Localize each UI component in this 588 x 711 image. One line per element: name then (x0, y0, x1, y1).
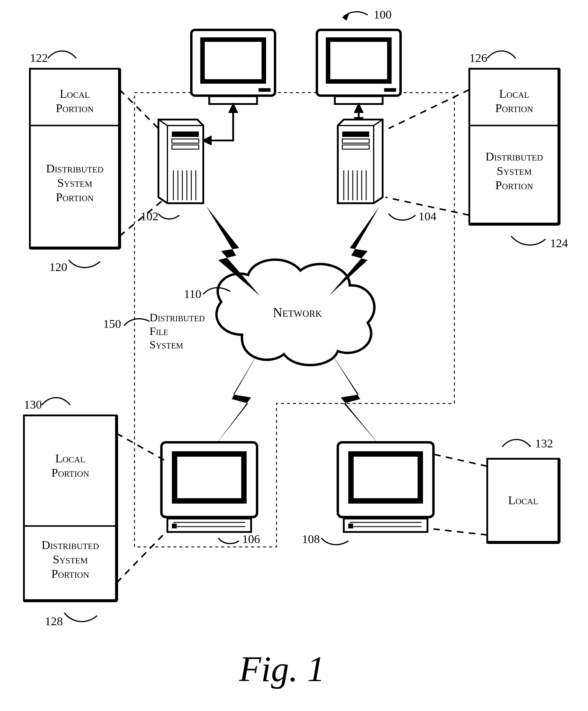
ref-150: 150 (103, 317, 121, 331)
figure-caption: Fig. 1 (239, 649, 325, 690)
ref-128: 128 (45, 614, 63, 628)
ref-120: 120 (49, 260, 67, 274)
ref-102: 102 (141, 209, 159, 223)
ref-100: 100 (374, 7, 392, 22)
ref-122: 122 (30, 51, 48, 65)
monitor-top-right (317, 30, 401, 104)
ref-124: 124 (550, 236, 568, 250)
svg-rect-38 (167, 519, 251, 532)
diagram-stage: 100 Network 110 Distributed File System … (0, 0, 588, 711)
ref-126: 126 (469, 51, 487, 65)
svg-line-64 (120, 90, 159, 129)
dfs-label: Distributed File System (149, 311, 218, 352)
svg-rect-41 (172, 524, 177, 529)
box128-local: Local Portion (24, 451, 117, 480)
ref-110: 110 (184, 287, 202, 301)
box128-dist: Distributed System Portion (24, 538, 117, 581)
svg-line-70 (434, 454, 487, 466)
ref-106: 106 (242, 532, 260, 546)
svg-rect-14 (172, 131, 199, 137)
server-102 (159, 120, 203, 203)
svg-line-69 (117, 531, 167, 583)
svg-rect-9 (384, 88, 396, 92)
box120-local: Local Portion (30, 87, 120, 115)
box124-local: Local Portion (469, 87, 559, 115)
box132-label: Local (487, 493, 559, 508)
network-label: Network (268, 305, 327, 321)
ref-104: 104 (419, 209, 437, 223)
bolt-106 (215, 350, 260, 445)
svg-rect-4 (258, 88, 271, 92)
svg-line-71 (434, 529, 487, 535)
svg-line-68 (117, 433, 164, 460)
workstation-108 (338, 442, 434, 532)
svg-rect-45 (344, 519, 427, 532)
svg-rect-44 (354, 457, 418, 498)
svg-rect-26 (342, 131, 369, 137)
svg-rect-7 (330, 42, 387, 79)
arrow-mon-102 (203, 105, 237, 144)
svg-rect-2 (205, 42, 261, 79)
box124-dist: Distributed System Portion (469, 149, 559, 192)
svg-line-66 (388, 90, 469, 129)
server-104 (338, 120, 383, 203)
bolt-108 (329, 350, 380, 445)
ref-132: 132 (535, 436, 553, 450)
svg-rect-37 (177, 457, 241, 498)
ref-108: 108 (302, 532, 320, 546)
monitor-top-left (191, 30, 275, 104)
box120-dist: Distributed System Portion (30, 161, 120, 204)
workstation-106 (162, 442, 257, 532)
ref-130: 130 (24, 397, 42, 412)
svg-rect-48 (348, 524, 353, 529)
